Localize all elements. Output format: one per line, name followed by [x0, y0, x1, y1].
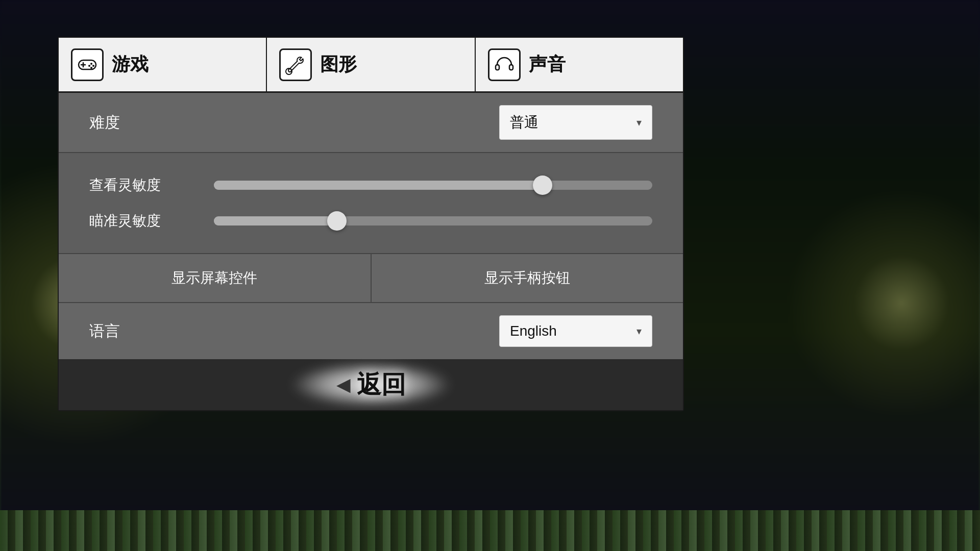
tab-sound[interactable]: 声音	[476, 38, 683, 91]
back-arrow-icon: ◀	[336, 374, 351, 395]
language-value: English	[510, 323, 557, 339]
language-row: 语言 English ▾	[59, 303, 683, 359]
show-screen-controls-button[interactable]: 显示屏幕控件	[59, 254, 372, 302]
tabs-row: 游戏 图形 声音	[59, 38, 683, 93]
toggle-buttons-row: 显示屏幕控件 显示手柄按钮	[59, 254, 683, 303]
content-area: 难度 普通 ▾ 查看灵敏度 瞄准灵敏度	[59, 93, 683, 359]
svg-point-4	[92, 65, 94, 67]
sliders-row: 查看灵敏度 瞄准灵敏度	[59, 153, 683, 254]
svg-point-6	[90, 67, 92, 69]
tab-graphics[interactable]: 图形	[267, 38, 475, 91]
svg-point-3	[90, 63, 92, 65]
headphone-svg	[494, 54, 515, 76]
headphone-icon	[488, 48, 521, 81]
gamepad-icon	[71, 48, 104, 81]
difficulty-value: 普通	[510, 113, 538, 132]
back-panel: ◀ 返回	[59, 359, 683, 410]
settings-panel: 游戏 图形 声音 难度	[58, 37, 684, 411]
tab-game[interactable]: 游戏	[59, 38, 267, 91]
wrench-svg	[285, 54, 306, 76]
gamepad-svg	[77, 54, 98, 76]
back-button[interactable]: ◀ 返回	[336, 368, 406, 401]
difficulty-select[interactable]: 普通 ▾	[499, 105, 652, 140]
tab-sound-label: 声音	[529, 52, 566, 77]
show-gamepad-buttons-button[interactable]: 显示手柄按钮	[372, 254, 683, 302]
language-label: 语言	[89, 321, 499, 342]
wrench-icon	[279, 48, 312, 81]
look-sensitivity-thumb[interactable]	[533, 176, 552, 195]
aim-sensitivity-label: 瞄准灵敏度	[89, 211, 202, 231]
svg-rect-8	[496, 65, 499, 70]
look-sensitivity-slider[interactable]	[214, 176, 652, 194]
svg-rect-9	[509, 65, 513, 70]
language-select[interactable]: English ▾	[499, 315, 652, 347]
aim-sensitivity-row: 瞄准灵敏度	[89, 203, 652, 239]
aim-sensitivity-fill	[214, 216, 337, 226]
bottom-decorative-bar	[0, 510, 980, 551]
look-sensitivity-track	[214, 181, 652, 190]
back-button-label: 返回	[357, 368, 406, 401]
svg-point-7	[288, 69, 291, 72]
svg-point-5	[88, 65, 90, 67]
look-sensitivity-label: 查看灵敏度	[89, 176, 202, 195]
look-sensitivity-row: 查看灵敏度	[89, 167, 652, 203]
aim-sensitivity-thumb[interactable]	[327, 211, 347, 231]
tab-game-label: 游戏	[112, 52, 149, 77]
difficulty-row: 难度 普通 ▾	[59, 93, 683, 153]
language-chevron-down-icon: ▾	[636, 325, 642, 337]
tab-graphics-label: 图形	[320, 52, 357, 77]
aim-sensitivity-slider[interactable]	[214, 212, 652, 230]
look-sensitivity-fill	[214, 181, 543, 190]
chevron-down-icon: ▾	[636, 116, 642, 129]
aim-sensitivity-track	[214, 216, 652, 226]
difficulty-label: 难度	[89, 112, 499, 133]
